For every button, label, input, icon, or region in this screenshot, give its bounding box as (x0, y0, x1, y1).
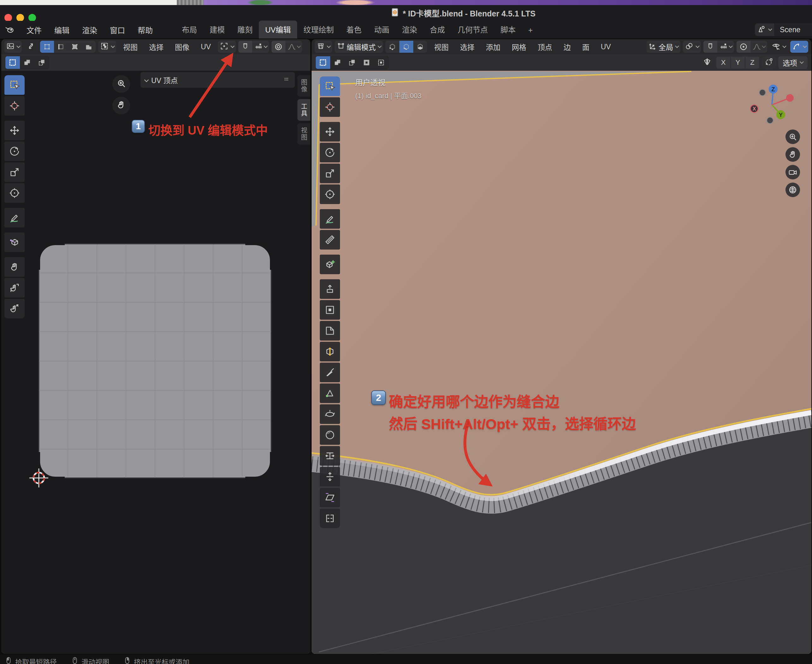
workspace-tab-雕刻[interactable]: 雕刻 (231, 21, 259, 39)
mode-dropdown[interactable]: 编辑模式 (335, 41, 383, 53)
orientation-dropdown[interactable]: 全局 (646, 41, 680, 53)
uv-selection-mode-0[interactable] (40, 41, 54, 53)
viewport-menu-选择[interactable]: 选择 (456, 40, 479, 54)
uv-sidebar-tab-视图[interactable]: 视图 (297, 123, 310, 145)
topbar-menu-文件[interactable]: 文件 (20, 23, 48, 37)
tool-extrude-icon[interactable] (320, 279, 340, 299)
uv-pan-button[interactable] (112, 97, 130, 114)
panel-collapse-chevron-icon[interactable] (144, 78, 149, 82)
workspace-tab-脚本[interactable]: 脚本 (494, 21, 522, 39)
viewport-menu-顶点[interactable]: 顶点 (533, 40, 557, 54)
uv-canvas[interactable]: UV 顶点 图像工具视图 (1, 71, 310, 654)
uv-menu-视图[interactable]: 视图 (119, 40, 142, 54)
snap-controls[interactable] (703, 41, 734, 53)
workspace-tab-布局[interactable]: 布局 (175, 21, 203, 39)
viewport-menu-UV[interactable]: UV (596, 41, 615, 52)
viewport-canvas[interactable]: 用户透视 (1) id_card | 平面.003 Z X (312, 71, 811, 654)
uv-tool-rotate-icon[interactable] (5, 142, 24, 161)
uv-editor-type-button[interactable] (5, 41, 22, 53)
mesh-select-mode-0[interactable] (385, 41, 400, 53)
uv-selection-mode-3[interactable] (82, 41, 96, 53)
uv-box-mode-0[interactable] (5, 56, 20, 69)
axis-ball-plus-x[interactable] (786, 94, 794, 102)
tool-inset-icon[interactable] (320, 300, 340, 320)
tool-poly-build-icon[interactable] (320, 384, 340, 403)
uv-menu-UV[interactable]: UV (197, 41, 215, 52)
tool-measure-icon[interactable] (320, 230, 340, 249)
workspace-tab-着色[interactable]: 着色 (340, 21, 368, 39)
uv-tool-select-box-icon[interactable] (5, 75, 24, 95)
tool-rotate-icon[interactable] (320, 143, 340, 163)
uv-tool-move-icon[interactable] (5, 120, 24, 140)
nav-camera-view-icon[interactable] (786, 165, 800, 179)
nav-pan-hand-icon[interactable] (786, 147, 800, 162)
uv-sidebar-tab-图像[interactable]: 图像 (297, 75, 310, 97)
box-mode-3[interactable] (359, 56, 374, 69)
uv-tool-transform-icon[interactable] (5, 183, 24, 203)
proportional-controls[interactable] (737, 41, 767, 53)
uv-tool-cursor-2d-icon[interactable] (5, 96, 24, 116)
mirror-toggle[interactable] (700, 57, 714, 68)
uv-tool-annotate-icon[interactable] (5, 208, 24, 228)
nav-ortho-grid-icon[interactable] (786, 182, 800, 197)
overlays-toggle[interactable] (790, 41, 808, 53)
viewport-menu-视图[interactable]: 视图 (430, 40, 453, 54)
uv-selection-mode-2[interactable] (68, 41, 82, 53)
uv-proportional-controls[interactable] (271, 41, 302, 53)
box-mode-2[interactable] (345, 56, 359, 69)
uv-selection-mode-1[interactable] (54, 41, 68, 53)
tool-loop-cut-icon[interactable] (320, 342, 340, 361)
workspace-tab-渲染[interactable]: 渲染 (396, 21, 423, 39)
uv-tool-scale-icon[interactable] (5, 163, 24, 182)
topbar-menu-帮助[interactable]: 帮助 (132, 23, 159, 37)
nav-zoom-icon[interactable] (786, 130, 800, 144)
box-mode-0[interactable] (316, 56, 330, 69)
topbar-menu-渲染[interactable]: 渲染 (76, 23, 104, 37)
tool-shear-icon[interactable] (320, 488, 340, 507)
uv-sidebar-tab-工具[interactable]: 工具 (297, 99, 310, 120)
viewport-menu-边[interactable]: 边 (559, 40, 575, 54)
viewport-menu-添加[interactable]: 添加 (481, 40, 505, 54)
mesh-select-mode-2[interactable] (413, 41, 427, 53)
workspace-tab-+[interactable]: + (522, 23, 539, 39)
tool-smooth-icon[interactable] (320, 425, 340, 445)
minimize-window-button[interactable] (16, 14, 24, 21)
mirror-axis-Y[interactable]: Y (731, 57, 745, 68)
scene-selector[interactable]: Scene (755, 23, 812, 36)
uv-menu-选择[interactable]: 选择 (145, 40, 168, 54)
proportional-snap-toggle[interactable] (762, 57, 776, 68)
scene-browse-button[interactable] (755, 23, 774, 36)
tool-edge-slide-icon[interactable] (320, 446, 340, 465)
tool-shrink-fatten-icon[interactable] (320, 467, 340, 487)
viewport-editor-type-button[interactable] (315, 41, 332, 53)
uv-snap-controls[interactable] (238, 41, 269, 53)
options-dropdown[interactable]: 选项 (778, 56, 807, 69)
box-mode-1[interactable] (330, 56, 345, 69)
mirror-axis-Z[interactable]: Z (745, 57, 759, 68)
uv-tool-relax-hand-icon[interactable] (5, 278, 24, 298)
show-gizmo-dropdown[interactable] (770, 41, 788, 53)
workspace-tab-UV编辑[interactable]: UV编辑 (259, 21, 297, 39)
maximize-window-button[interactable] (28, 14, 36, 21)
uv-box-mode-1[interactable] (20, 56, 34, 69)
close-window-button[interactable] (5, 14, 12, 21)
tool-annotate-icon[interactable] (320, 209, 340, 229)
workspace-tab-纹理绘制[interactable]: 纹理绘制 (297, 21, 340, 39)
axis-ball-minus-z[interactable] (767, 117, 773, 124)
workspace-tab-合成[interactable]: 合成 (423, 21, 451, 39)
uv-tool-pinch-hand-icon[interactable] (5, 299, 24, 318)
tool-scale-icon[interactable] (320, 164, 340, 183)
workspace-tab-建模[interactable]: 建模 (203, 21, 231, 39)
tool-spin-icon[interactable] (320, 404, 340, 424)
topbar-menu-窗口[interactable]: 窗口 (104, 23, 132, 37)
mesh-select-mode-1[interactable] (400, 41, 413, 53)
viewport-menu-面[interactable]: 面 (578, 40, 594, 54)
mirror-axis-X[interactable]: X (716, 57, 730, 68)
workspace-tab-动画[interactable]: 动画 (368, 21, 396, 39)
tool-add-cube-icon[interactable] (320, 255, 340, 274)
uv-tool-grab-hand-icon[interactable] (5, 257, 24, 277)
uv-pivot-dropdown[interactable] (218, 41, 236, 53)
uv-tool-rip-uv-icon[interactable] (5, 233, 24, 252)
tool-select-box-icon[interactable] (320, 76, 340, 96)
uv-box-mode-2[interactable] (34, 56, 49, 69)
